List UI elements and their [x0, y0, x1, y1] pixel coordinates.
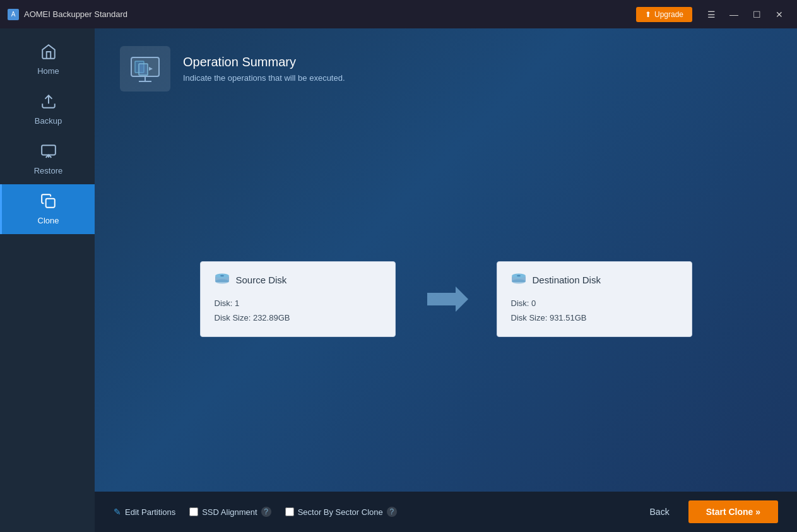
content-header: Operation Summary Indicate the operation…: [95, 28, 797, 107]
maximize-icon: ☐: [753, 9, 761, 20]
sidebar: Home Backup Restore: [0, 28, 95, 532]
source-disk-number: Disk: 1: [215, 296, 381, 310]
destination-disk-card: Destination Disk Disk: 0 Disk Size: 931.…: [497, 261, 692, 338]
destination-disk-header: Destination Disk: [511, 273, 678, 287]
clone-diagram: Source Disk Disk: 1 Disk Size: 232.89GB: [95, 107, 797, 492]
clone-arrow: [421, 283, 471, 315]
footer-bar: ✎ Edit Partitions SSD Alignment ? Sector…: [95, 492, 797, 532]
edit-partitions-option[interactable]: ✎ Edit Partitions: [114, 507, 175, 517]
content-area: Operation Summary Indicate the operation…: [95, 28, 797, 532]
sector-by-sector-checkbox[interactable]: [285, 507, 294, 516]
minimize-button[interactable]: —: [724, 6, 744, 23]
source-disk-header: Source Disk: [215, 273, 381, 287]
titlebar-left: A AOMEI Backupper Standard: [8, 9, 127, 20]
footer-left: ✎ Edit Partitions SSD Alignment ? Sector…: [114, 507, 397, 517]
back-label: Back: [650, 507, 670, 517]
svg-rect-8: [139, 64, 148, 75]
destination-disk-icon: [511, 273, 526, 287]
source-disk-info: Disk: 1 Disk Size: 232.89GB: [215, 296, 381, 326]
sidebar-label-clone: Clone: [38, 216, 59, 225]
menu-icon: ☰: [707, 9, 716, 20]
app-icon: A: [8, 9, 19, 20]
sector-by-sector-help-icon[interactable]: ?: [387, 507, 397, 517]
destination-disk-title: Destination Disk: [533, 275, 601, 285]
destination-disk-size: Disk Size: 931.51GB: [511, 310, 678, 325]
edit-partitions-label: Edit Partitions: [125, 507, 175, 517]
svg-rect-3: [45, 199, 54, 208]
upgrade-label: Upgrade: [654, 10, 683, 19]
app-title: AOMEI Backupper Standard: [24, 9, 127, 19]
svg-point-17: [517, 275, 521, 276]
restore-icon: [40, 143, 57, 162]
start-clone-label: Start Clone »: [706, 507, 760, 517]
start-clone-button[interactable]: Start Clone »: [688, 500, 778, 523]
sector-by-sector-option[interactable]: Sector By Sector Clone ?: [285, 507, 397, 517]
header-subtitle: Indicate the operations that will be exe…: [183, 73, 345, 83]
source-disk-card: Source Disk Disk: 1 Disk Size: 232.89GB: [200, 261, 396, 338]
titlebar-controls: ⬆ Upgrade ☰ — ☐ ✕: [636, 6, 789, 23]
sidebar-label-home: Home: [37, 66, 59, 76]
upgrade-icon: ⬆: [645, 10, 651, 19]
destination-disk-info: Disk: 0 Disk Size: 931.51GB: [511, 296, 678, 326]
sidebar-label-backup: Backup: [35, 116, 62, 126]
minimize-icon: —: [729, 9, 738, 20]
sidebar-item-backup[interactable]: Backup: [0, 85, 95, 134]
sector-by-sector-label: Sector By Sector Clone: [298, 507, 383, 517]
destination-disk-number: Disk: 0: [511, 296, 678, 310]
sidebar-item-restore[interactable]: Restore: [0, 134, 95, 184]
close-button[interactable]: ✕: [769, 6, 789, 23]
maximize-button[interactable]: ☐: [747, 6, 767, 23]
svg-marker-13: [427, 287, 468, 312]
edit-partitions-icon: ✎: [114, 507, 121, 517]
source-disk-icon: [215, 273, 230, 287]
svg-rect-1: [42, 145, 56, 155]
header-text-block: Operation Summary Indicate the operation…: [183, 55, 345, 83]
backup-icon: [40, 93, 57, 112]
sidebar-item-clone[interactable]: Clone: [0, 184, 95, 234]
ssd-alignment-option[interactable]: SSD Alignment ?: [189, 507, 271, 517]
upgrade-button[interactable]: ⬆ Upgrade: [636, 7, 692, 22]
source-disk-title: Source Disk: [236, 275, 287, 285]
back-button[interactable]: Back: [640, 502, 680, 522]
menu-button[interactable]: ☰: [701, 6, 721, 23]
sidebar-label-restore: Restore: [34, 166, 63, 175]
footer-right: Back Start Clone »: [640, 500, 778, 523]
ssd-alignment-checkbox[interactable]: [189, 507, 198, 516]
source-disk-size: Disk Size: 232.89GB: [215, 310, 381, 325]
svg-point-12: [220, 275, 224, 276]
close-icon: ✕: [776, 9, 783, 20]
home-icon: [40, 44, 57, 62]
clone-icon: [40, 193, 57, 212]
arrow-container: [421, 283, 471, 315]
ssd-alignment-help-icon[interactable]: ?: [261, 507, 271, 517]
sidebar-item-home[interactable]: Home: [0, 35, 95, 85]
main-layout: Home Backup Restore: [0, 28, 797, 532]
ssd-alignment-label: SSD Alignment: [202, 507, 257, 517]
titlebar: A AOMEI Backupper Standard ⬆ Upgrade ☰ —…: [0, 0, 797, 28]
header-icon-box: [120, 46, 170, 92]
header-title: Operation Summary: [183, 55, 345, 69]
